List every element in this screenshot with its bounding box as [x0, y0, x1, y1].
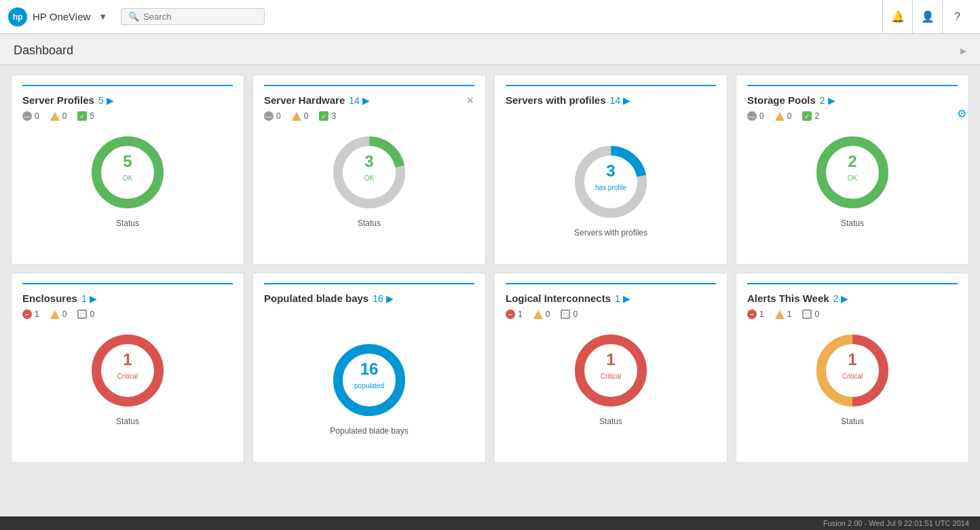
warning-status-icon — [292, 112, 301, 121]
status-badge: 0 — [50, 309, 67, 319]
svg-text:Critical: Critical — [117, 373, 138, 380]
svg-text:populated: populated — [354, 382, 384, 390]
card-count[interactable]: 2 ▶ — [820, 95, 835, 106]
warning-status-icon — [50, 112, 60, 121]
svg-text:2: 2 — [848, 152, 856, 170]
status-row: − 1 1 □ 0 — [747, 309, 958, 319]
svg-point-19 — [96, 339, 159, 402]
card-title: Storage Pools — [747, 94, 816, 106]
svg-text:3: 3 — [606, 162, 615, 180]
topnav: hp HP OneView ▼ 🔍 🔔 👤 ? — [0, 0, 980, 34]
donut-chart: 3 has profile — [570, 141, 652, 223]
card-title: Enclosures — [22, 292, 77, 304]
search-input[interactable] — [143, 12, 257, 22]
svg-point-6 — [333, 136, 406, 209]
status-value: 0 — [787, 111, 792, 121]
card-header: Storage Pools 2 ▶ — [747, 94, 958, 106]
card-count[interactable]: 5 ▶ — [98, 95, 114, 106]
status-badge: 0 — [50, 111, 67, 121]
status-row: − 1 0 □ 0 — [22, 309, 233, 319]
dashboard-header: Dashboard ⚙ ▶ — [0, 34, 980, 65]
status-value: 1 — [35, 309, 39, 319]
warning-status-icon — [775, 310, 785, 319]
status-badge: − 1 — [747, 309, 764, 319]
chart-label: Populated blade bays — [330, 426, 408, 436]
card-top-line — [22, 283, 233, 284]
card-count[interactable]: 1 ▶ — [81, 293, 97, 304]
dashboard-toggle[interactable]: ▶ — [960, 46, 966, 56]
status-badge: ✓ 2 — [802, 111, 819, 121]
donut-wrapper: 3 has profile Servers with profiles — [506, 141, 716, 238]
status-value: 0 — [814, 309, 819, 319]
card-header: Enclosures 1 ▶ — [22, 292, 233, 304]
dashboard-card-server-profiles: Server Profiles 5 ▶ — 0 0 ✓ 5 5 OK Statu… — [11, 75, 244, 265]
status-value: 0 — [759, 111, 764, 121]
card-count[interactable]: 2 ▶ — [833, 293, 849, 304]
disabled-status-icon: □ — [802, 309, 812, 319]
card-title: Alerts This Week — [747, 292, 829, 304]
donut-chart: 5 OK — [87, 132, 168, 213]
svg-text:1: 1 — [606, 350, 615, 368]
card-top-line — [264, 283, 474, 284]
critical-status-icon: − — [747, 309, 757, 319]
hp-logo: hp — [8, 7, 27, 26]
ok-status-icon: ✓ — [802, 111, 812, 121]
search-icon: 🔍 — [128, 12, 139, 22]
chart-label: Status — [116, 417, 139, 426]
card-count[interactable]: 1 ▶ — [615, 293, 630, 304]
settings-icon[interactable]: ⚙ — [957, 107, 966, 120]
status-value: 1 — [759, 309, 764, 319]
status-badge: □ 0 — [802, 309, 819, 319]
topnav-actions: 🔔 👤 ? — [882, 0, 972, 34]
svg-text:16: 16 — [360, 360, 379, 378]
card-count[interactable]: 16 ▶ — [373, 293, 393, 304]
ok-status-icon: ✓ — [319, 111, 328, 121]
gray-status-icon: — — [264, 111, 274, 121]
search-box[interactable]: 🔍 — [121, 8, 265, 25]
status-value: 5 — [90, 111, 94, 121]
status-row — [264, 309, 474, 328]
dashboard-card-servers-with-profiles: Servers with profiles 14 ▶ 3 has profile… — [494, 75, 728, 265]
dashboard-card-populated-blade-bays: Populated blade bays 16 ▶ 16 populated P… — [252, 273, 486, 463]
status-badge: − 1 — [22, 309, 39, 319]
donut-wrapper: 1 Critical Status — [22, 330, 233, 426]
chart-label: Status — [116, 219, 139, 228]
app-menu-chevron[interactable]: ▼ — [98, 12, 107, 22]
status-row — [506, 111, 716, 130]
status-value: 0 — [62, 111, 67, 121]
card-top-line — [747, 283, 958, 284]
donut-wrapper: 16 populated Populated blade bays — [264, 339, 474, 436]
svg-text:has profile: has profile — [595, 184, 627, 191]
card-header: Server Profiles 5 ▶ — [22, 94, 233, 106]
card-count[interactable]: 14 ▶ — [610, 95, 630, 106]
card-top-line — [264, 85, 474, 86]
status-badge: 1 — [775, 309, 792, 319]
gray-status-icon: — — [22, 111, 32, 121]
card-header: Populated blade bays 16 ▶ — [264, 292, 474, 304]
svg-text:Critical: Critical — [842, 373, 863, 380]
chart-label: Servers with profiles — [574, 228, 647, 238]
donut-chart: 16 populated — [328, 339, 410, 421]
chart-label: Status — [841, 417, 864, 426]
notifications-button[interactable]: 🔔 — [882, 0, 912, 34]
card-header: Server Hardware 14 ▶ ✕ — [264, 94, 474, 106]
card-top-line — [22, 85, 233, 86]
warning-status-icon — [533, 310, 543, 319]
chart-label: Status — [841, 219, 864, 228]
status-badge: 0 — [533, 309, 550, 319]
card-close-button[interactable]: ✕ — [466, 95, 474, 106]
disabled-status-icon: □ — [77, 309, 87, 319]
card-count[interactable]: 14 ▶ — [349, 95, 369, 106]
status-badge: □ 0 — [77, 309, 94, 319]
user-button[interactable]: 👤 — [912, 0, 942, 34]
donut-wrapper: 1 Critical Status — [506, 330, 716, 426]
svg-text:OK: OK — [364, 174, 375, 182]
help-button[interactable]: ? — [942, 0, 972, 34]
svg-text:5: 5 — [123, 152, 132, 170]
status-row: — 0 0 ✓ 5 — [22, 111, 233, 121]
svg-point-27 — [580, 339, 642, 402]
svg-text:OK: OK — [848, 174, 858, 182]
donut-chart: 1 Critical — [812, 330, 893, 411]
dashboard-card-enclosures: Enclosures 1 ▶ − 1 0 □ 0 1 Critical Stat… — [11, 273, 244, 463]
status-value: 2 — [814, 111, 819, 121]
